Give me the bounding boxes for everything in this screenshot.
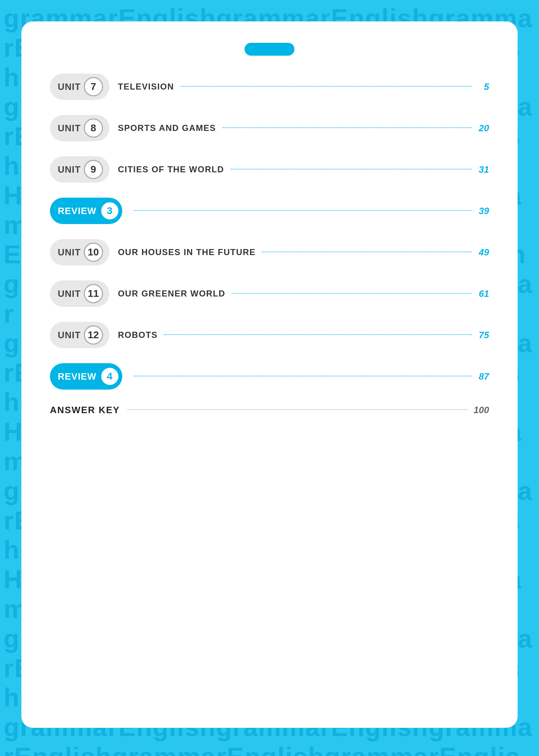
toc-title: TELEVISION bbox=[118, 82, 174, 92]
page-number: 75 bbox=[475, 330, 489, 341]
unit-label: UNIT bbox=[58, 164, 81, 175]
list-item: REVIEW 4 87 bbox=[50, 363, 489, 390]
unit-label: UNIT bbox=[58, 247, 81, 258]
unit-number-circle: 7 bbox=[84, 77, 103, 96]
dotted-line bbox=[180, 86, 472, 87]
unit-number-circle: 9 bbox=[84, 160, 103, 179]
dotted-line bbox=[134, 376, 472, 376]
toc-title: SPORTS AND GAMES bbox=[118, 123, 216, 133]
toc-title: OUR GREENER WORLD bbox=[118, 289, 226, 299]
toc-list: UNIT 7 TELEVISION 5 UNIT 8 SPORTS AND GA… bbox=[50, 73, 489, 390]
list-item: UNIT 7 TELEVISION 5 bbox=[50, 73, 489, 100]
unit-badge: UNIT 10 bbox=[50, 239, 109, 265]
page-number: 5 bbox=[475, 81, 489, 92]
unit-badge: UNIT 7 bbox=[50, 73, 109, 100]
title-container bbox=[50, 43, 489, 56]
unit-badge: UNIT 9 bbox=[50, 156, 109, 183]
toc-dots-line: OUR GREENER WORLD 61 bbox=[118, 288, 489, 299]
dotted-line bbox=[231, 169, 472, 169]
unit-number-circle: 8 bbox=[84, 118, 103, 138]
toc-dots-line: OUR HOUSES IN THE FUTURE 49 bbox=[118, 247, 489, 258]
list-item: REVIEW 3 39 bbox=[50, 198, 489, 224]
toc-dots-line: CITIES OF THE WORLD 31 bbox=[118, 164, 489, 175]
page-number: 61 bbox=[475, 288, 489, 299]
review-badge: REVIEW 4 bbox=[50, 363, 122, 390]
answer-key-label: ANSWER KEY bbox=[50, 405, 120, 416]
unit-badge: UNIT 12 bbox=[50, 322, 109, 348]
dotted-line bbox=[232, 293, 472, 294]
unit-label: UNIT bbox=[58, 288, 81, 299]
toc-dots-line: 39 bbox=[131, 206, 489, 217]
page-number: 20 bbox=[475, 123, 489, 134]
toc-title: ROBOTS bbox=[118, 330, 158, 340]
dotted-line bbox=[262, 252, 472, 252]
toc-dots-line: SPORTS AND GAMES 20 bbox=[118, 123, 489, 134]
review-label: REVIEW bbox=[58, 206, 97, 217]
dotted-line bbox=[128, 409, 467, 410]
page-number: 39 bbox=[475, 206, 489, 217]
review-label: REVIEW bbox=[58, 371, 97, 382]
answer-key-row: ANSWER KEY 100 bbox=[50, 405, 489, 416]
dotted-line bbox=[164, 334, 472, 335]
unit-number-circle: 10 bbox=[84, 243, 103, 262]
toc-dots-line: 87 bbox=[131, 371, 489, 382]
page-number: 87 bbox=[475, 371, 489, 382]
toc-title: OUR HOUSES IN THE FUTURE bbox=[118, 247, 256, 257]
list-item: UNIT 11 OUR GREENER WORLD 61 bbox=[50, 280, 489, 307]
review-number-circle: 3 bbox=[100, 201, 119, 220]
unit-label: UNIT bbox=[58, 81, 81, 92]
answer-key-page: 100 bbox=[474, 405, 489, 416]
list-item: UNIT 12 ROBOTS 75 bbox=[50, 322, 489, 348]
list-item: UNIT 10 OUR HOUSES IN THE FUTURE 49 bbox=[50, 239, 489, 265]
unit-badge: UNIT 8 bbox=[50, 115, 109, 141]
unit-number-circle: 11 bbox=[84, 284, 103, 303]
unit-number-circle: 12 bbox=[84, 325, 103, 345]
list-item: UNIT 9 CITIES OF THE WORLD 31 bbox=[50, 156, 489, 183]
title-badge bbox=[245, 43, 294, 56]
dotted-line bbox=[134, 210, 472, 211]
dotted-line bbox=[222, 127, 472, 128]
unit-label: UNIT bbox=[58, 330, 81, 341]
review-badge: REVIEW 3 bbox=[50, 198, 122, 224]
toc-title: CITIES OF THE WORLD bbox=[118, 164, 224, 174]
page-number: 49 bbox=[475, 247, 489, 258]
toc-dots-line: ROBOTS 75 bbox=[118, 330, 489, 341]
unit-label: UNIT bbox=[58, 123, 81, 134]
unit-badge: UNIT 11 bbox=[50, 280, 109, 307]
list-item: UNIT 8 SPORTS AND GAMES 20 bbox=[50, 115, 489, 141]
page-number: 31 bbox=[475, 164, 489, 175]
main-card: UNIT 7 TELEVISION 5 UNIT 8 SPORTS AND GA… bbox=[21, 21, 518, 728]
review-number-circle: 4 bbox=[100, 367, 119, 386]
toc-dots-line: TELEVISION 5 bbox=[118, 81, 489, 92]
